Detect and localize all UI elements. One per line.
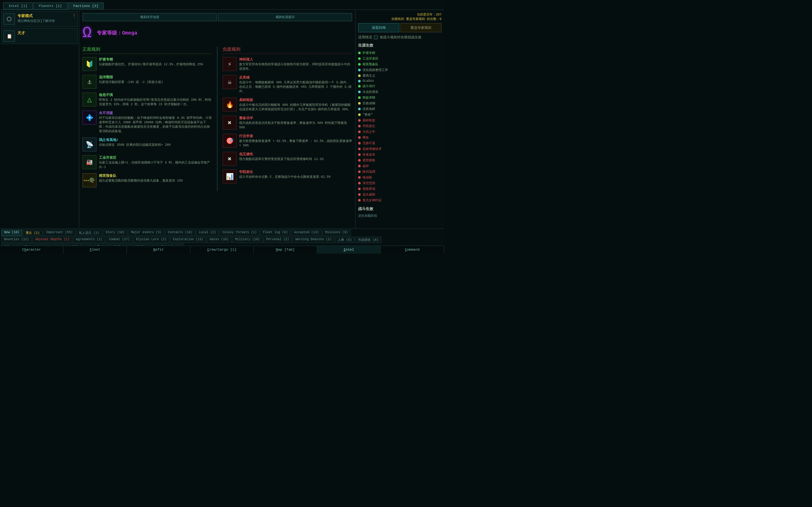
life-effect-item: 危险星域 — [358, 186, 442, 192]
nav-intel[interactable]: Intel — [317, 246, 380, 253]
nav-map[interactable]: Map [Tab] — [254, 246, 317, 253]
rule-desc: 超出必要船员数的船员数额外提供最大战备，最多提供 15% — [99, 179, 212, 183]
effect-dot — [358, 102, 361, 105]
detailed-info-btn[interactable]: 规划详尽信息 — [83, 13, 217, 21]
intel-tab-item[interactable]: Combat (17) — [106, 237, 133, 243]
rule-desc: 我方战机伤害及抗性取决于航母整备速率，整备速率为 50% 时性能下降最高 50% — [239, 121, 352, 130]
rule-desc: 敌方航母整备恢复速率 + 62.5%，整备下降速率 - 62.5%，战机联队更换… — [239, 139, 352, 148]
rule-elite-reserves: ★★★ 🪖 精英预备队 超出必要船员数的船员数额外提供最大战备，最多提供 15% — [83, 173, 212, 187]
intel-tab-item[interactable]: 私人晶孔 (2) — [76, 230, 102, 236]
effect-dot — [358, 193, 361, 196]
rule-desc: 对于玩家亲自操控的舰船：处于峰值时间时会每秒修复 0.3% 装甲和结构，计算速率… — [99, 116, 212, 134]
intel-tab-item[interactable]: 作战报告 (6) — [355, 237, 381, 243]
intel-tab-item[interactable]: Accepted (13) — [291, 230, 322, 236]
battle-effects-title: 战斗生效 — [358, 206, 442, 212]
intel-tab[interactable]: Intel [1] — [3, 3, 33, 9]
high-ground-icon: 📡 — [83, 137, 96, 152]
life-effects-section: 生涯生效 护盾专精工业开发区精英预备队优化线路整理工序重商主义GLaDos战斗传… — [358, 43, 442, 203]
sidebar-genius-title: 天才 — [17, 31, 75, 36]
intel-tab-item[interactable]: Gates (16) — [207, 237, 232, 243]
battle-effects-subtitle: 还在加载阶段 — [358, 214, 442, 218]
effect-label: 学院差生 — [362, 124, 375, 128]
rule-fragile-frame: 🔥 易碎框架 在战斗中被击沉的我方舰船有 90% 的额外几率被摧毁而非停机 (被… — [223, 98, 352, 112]
intel-tab-item[interactable]: Bounties (12) — [1, 237, 32, 243]
deep-query-btn[interactable]: 深层问询 — [358, 23, 399, 32]
intel-tab-row2: Bounties (12)Abyssai Depths (1)Agreement… — [1, 237, 443, 243]
intel-tab-item[interactable]: Personal (2) — [263, 237, 292, 243]
planets-tab[interactable]: Planets [2] — [33, 3, 67, 9]
rule-high-ground: 📡 我占有高地! 在标点附近 3500 距离的我方战舰武器射程+ 20% — [83, 137, 212, 152]
effect-label: GLaDos — [362, 79, 374, 83]
nav-character[interactable]: Character — [0, 246, 63, 253]
ocean-hunt-icon: ⚓ — [83, 75, 96, 89]
intel-tab-item[interactable]: Warning beacons (2) — [293, 237, 334, 243]
intel-tab-item[interactable]: Story (10) — [103, 230, 128, 236]
effect-dot — [358, 187, 361, 190]
intel-tab-item[interactable]: Elysian Lore (2) — [133, 237, 169, 243]
rule-desc: 玩家工业设施上限+1，但殖民地规模小于等于 5 时，额外的工业设施会导致产出-1 — [99, 161, 212, 170]
intel-tab-item[interactable]: Contacts (18) — [165, 230, 195, 236]
apply-checkbox[interactable] — [374, 36, 378, 39]
nav-fleet[interactable]: Fleet — [63, 246, 127, 253]
life-effect-item: 远古威胁 — [358, 192, 442, 198]
effect-label: 百炼成钢 — [362, 101, 375, 106]
rule-name: 神经植入 — [239, 57, 352, 62]
rule-low-interop: ✖ 低互操性 我方舰船武器和引擎所受伤害及下线后所需维修时间 x1.33 — [223, 152, 352, 166]
nav-crew-cargo[interactable]: Crew/Cargo [1] — [190, 246, 254, 253]
effect-label: 大饥之年 — [362, 130, 375, 134]
rule-strike-doctrine: 🎯 打击学派 敌方航母整备恢复速率 + 62.5%，整备下降速率 - 62.5%… — [223, 134, 352, 148]
career-hint-btn[interactable]: 规则生涯提示 — [218, 13, 352, 21]
effect-label: 永远的朋友 — [362, 90, 378, 94]
intel-tab-item[interactable]: Missions (9) — [322, 230, 351, 236]
nav-refit[interactable]: Refit — [127, 246, 190, 253]
intel-tab-item[interactable]: Colony threats (1) — [219, 230, 259, 236]
effect-dot — [358, 108, 361, 110]
effect-dot — [358, 199, 361, 202]
intel-tab-item[interactable]: Major events (3) — [128, 230, 164, 236]
effect-dot — [358, 69, 361, 71]
intel-tab-item[interactable]: Abyssai Depths (1) — [32, 237, 72, 243]
factions-tab[interactable]: Factions [3] — [68, 3, 104, 9]
sidebar-item-genius[interactable]: 📋 天才 — [1, 28, 78, 44]
effect-dot — [358, 142, 361, 145]
intel-tab-item[interactable]: New (10) — [1, 230, 22, 236]
life-effect-item: 永远的朋友 — [358, 89, 442, 95]
effect-label: 优质海鲜 — [362, 107, 375, 111]
effect-dot — [358, 136, 361, 139]
genius-icon: 📋 — [3, 31, 15, 42]
expert-header: Ω 专家等级：Omega — [83, 24, 352, 42]
intel-tab-item[interactable]: Exploration (13) — [170, 237, 206, 243]
intel-tab-item[interactable]: 人事 (5) — [335, 237, 355, 243]
effect-dot — [358, 63, 361, 66]
fragile-frame-icon: 🔥 — [223, 98, 237, 112]
life-effect-item: 工业开发区 — [358, 56, 442, 61]
life-effect-item: GLaDos — [358, 78, 442, 83]
life-effect-item: 通货膨胀 — [358, 158, 442, 163]
effect-dot — [358, 165, 361, 167]
nav-command[interactable]: Command — [380, 246, 444, 253]
negative-rules-section: 负面规则 ⚡ 神经植入 敌方军官所有非精英的常规战斗技能将升级为精英，同时提高所… — [223, 47, 352, 191]
life-effect-item: "勇者" — [358, 112, 442, 118]
life-effect-item: 无路可退 — [358, 140, 442, 146]
intel-tab-item[interactable]: Local (2) — [196, 230, 219, 236]
sidebar-item-subtitle: 通过网络信息[E]了解详情 — [17, 19, 70, 23]
intel-tab-item[interactable]: Agreements (1) — [73, 237, 105, 243]
rule-poor-student: 📊 学院差生 战斗开始时命令点数·2，且整场战斗中命令点数恢复速度·62.5% — [223, 170, 352, 183]
intel-tab-item[interactable]: Fleet log (6) — [260, 230, 291, 236]
rule-name: 反英雄 — [239, 75, 352, 80]
apply-section: 适用情况 使战斗规则对在模拟战生效 — [358, 35, 442, 40]
effect-label: "勇者" — [362, 112, 373, 117]
effect-label: 精英预备队 — [362, 62, 378, 66]
rule-desc: 即将在 2 秒内命中玩家旗舰的导弹/鱼雷总伤害超过最大结构的 20% 时，时间流… — [99, 98, 212, 107]
intel-tab-item[interactable]: Military (10) — [232, 237, 263, 243]
sidebar-item-expert[interactable]: ⬡ 专家模式 通过网络信息[E]了解详情 ! — [1, 11, 78, 27]
life-effect-item: 陈词滥调 — [358, 169, 442, 175]
effect-label: 复仇女神约议 — [362, 198, 382, 203]
rule-desc: 在标点附近 3500 距离的我方战舰武器射程+ 20% — [99, 143, 212, 147]
intel-tab-item[interactable]: 重生 (2) — [23, 230, 43, 236]
rule-name: 永不消逝 — [99, 111, 212, 115]
year-info: 当前星历年：207 你拥有的 重选专家规则 的次数：0 — [358, 12, 442, 21]
reselect-btn[interactable]: 重选专家规则 — [401, 23, 442, 32]
intel-tab-item[interactable]: Important (55) — [43, 230, 75, 236]
rule-name: 护盾专精 — [99, 57, 212, 62]
